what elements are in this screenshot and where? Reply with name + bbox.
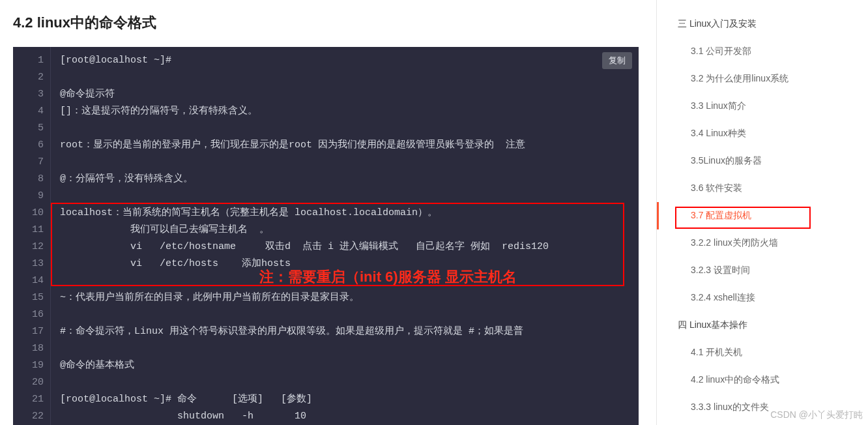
toc-item[interactable]: 3.2.2 linux关闭防火墙 — [657, 229, 868, 257]
line-number: 14 — [21, 272, 44, 289]
line-number: 15 — [21, 289, 44, 306]
toc-sidebar: 三 Linux入门及安装3.1 公司开发部3.2 为什么使用linux系统3.3… — [656, 0, 868, 425]
section-heading: 4.2 linux中的命令格式 — [13, 0, 639, 47]
code-line: 我们可以自己去编写主机名 。 — [60, 222, 629, 239]
line-number: 3 — [21, 86, 44, 103]
toc-item[interactable]: 3.2.4 xshell连接 — [657, 284, 868, 312]
code-line: []：这是提示符的分隔符号，没有特殊含义。 — [60, 103, 629, 120]
code-line: @命令提示符 — [60, 86, 629, 103]
line-number: 8 — [21, 171, 44, 188]
code-line: [root@localhost ~]# 命令 [选项] [参数] — [60, 391, 629, 408]
line-number: 13 — [21, 256, 44, 272]
toc-item[interactable]: 三 Linux入门及安装 — [657, 10, 868, 38]
code-line — [60, 154, 629, 171]
line-number: 20 — [21, 374, 44, 391]
line-number: 21 — [21, 391, 44, 408]
code-line: vi /etc/hosts 添加hosts — [60, 256, 629, 272]
toc-item[interactable]: 3.5Linux的服务器 — [657, 147, 868, 175]
code-block: 复制 12345678910111213141516171819202122 [… — [13, 47, 639, 425]
code-line: vi /etc/hostname 双击d 点击 i 进入编辑模式 自己起名字 例… — [60, 239, 629, 256]
line-number: 2 — [21, 69, 44, 86]
line-number: 16 — [21, 306, 44, 323]
line-number-gutter: 12345678910111213141516171819202122 — [13, 47, 51, 425]
line-number: 1 — [21, 52, 44, 69]
toc-item[interactable]: 3.4 Linux种类 — [657, 120, 868, 147]
code-line — [60, 69, 629, 86]
line-number: 7 — [21, 154, 44, 171]
code-line: root：显示的是当前的登录用户，我们现在显示的是root 因为我们使用的是超级… — [60, 137, 629, 154]
code-line: localhost：当前系统的简写主机名（完整主机名是 localhost.lo… — [60, 205, 629, 222]
code-line: #：命令提示符，Linux 用这个符号标识登录的用户权限等级。如果是超级用户，提… — [60, 323, 629, 340]
code-line: ~：代表用户当前所在的目录，此例中用户当前所在的目录是家目录。 — [60, 289, 629, 306]
toc-item[interactable]: 3.7 配置虚拟机 — [657, 202, 868, 229]
line-number: 9 — [21, 188, 44, 205]
line-number: 11 — [21, 222, 44, 239]
watermark-text: CSDN @小丫头爱打盹 — [770, 409, 863, 421]
toc-item[interactable]: 4.2 linux中的命令格式 — [657, 366, 868, 394]
line-number: 22 — [21, 408, 44, 425]
toc-item[interactable]: 3.3 Linux简介 — [657, 93, 868, 120]
line-number: 19 — [21, 357, 44, 374]
code-line — [60, 120, 629, 137]
code-line: [root@localhost ~]# — [60, 52, 629, 69]
toc-item[interactable]: 四 Linux基本操作 — [657, 312, 868, 339]
code-line — [60, 306, 629, 323]
line-number: 6 — [21, 137, 44, 154]
code-line: @：分隔符号，没有特殊含义。 — [60, 171, 629, 188]
toc-item[interactable]: 3.2.3 设置时间 — [657, 257, 868, 284]
line-number: 4 — [21, 103, 44, 120]
code-line: shutdown -h 10 — [60, 408, 629, 425]
code-line — [60, 340, 629, 357]
toc-item[interactable]: 3.1 公司开发部 — [657, 38, 868, 65]
line-number: 10 — [21, 205, 44, 222]
line-number: 12 — [21, 239, 44, 256]
toc-item[interactable]: 3.2 为什么使用linux系统 — [657, 65, 868, 93]
code-line — [60, 188, 629, 205]
code-content[interactable]: [root@localhost ~]#@命令提示符[]：这是提示符的分隔符号，没… — [51, 47, 639, 425]
toc-item[interactable]: 4.1 开机关机 — [657, 339, 868, 366]
toc-item[interactable]: 3.6 软件安装 — [657, 175, 868, 202]
code-line — [60, 374, 629, 391]
line-number: 17 — [21, 323, 44, 340]
article-main: 4.2 linux中的命令格式 复制 123456789101112131415… — [13, 0, 639, 425]
line-number: 5 — [21, 120, 44, 137]
line-number: 18 — [21, 340, 44, 357]
code-line — [60, 272, 629, 289]
code-line: @命令的基本格式 — [60, 357, 629, 374]
